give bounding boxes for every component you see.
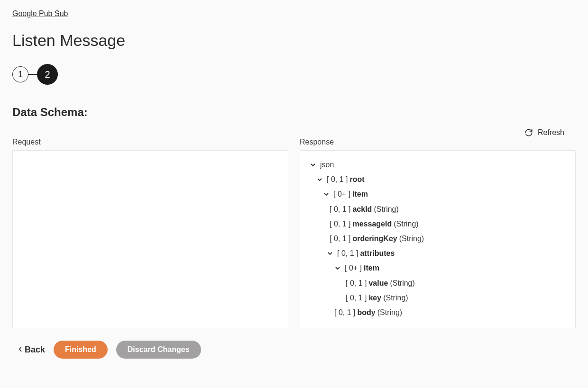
discard-button[interactable]: Discard Changes [116,341,201,359]
chevron-left-icon [18,345,23,355]
tree-node-item[interactable]: [ 0+ ] item [309,187,567,201]
tree-orderingkey-card: [ 0, 1 ] [330,231,350,246]
tree-item2-card: [ 0+ ] [345,261,362,275]
step-1[interactable]: 1 [12,66,28,82]
chevron-down-icon[interactable] [333,265,342,271]
tree-value-type: (String) [390,276,414,290]
tree-node-body[interactable]: [ 0, 1 ] body (String) [309,305,567,320]
response-box: json [ 0, 1 ] root [ 0+ ] item [300,150,576,328]
page-title: Listen Message [12,31,576,50]
refresh-icon [524,128,533,137]
tree-node-root[interactable]: [ 0, 1 ] root [309,172,567,187]
tree-root-card: [ 0, 1 ] [327,172,348,187]
breadcrumb-link[interactable]: Google Pub Sub [12,9,68,18]
refresh-label: Refresh [538,128,564,137]
chevron-down-icon[interactable] [326,251,334,256]
chevron-down-icon[interactable] [322,191,331,197]
section-title: Data Schema: [12,106,576,119]
footer-actions: Back Finished Discard Changes [12,341,576,359]
step-2[interactable]: 2 [37,64,58,85]
back-label: Back [25,345,45,355]
tree-key-type: (String) [383,290,408,305]
request-panel: Request [12,138,288,328]
tree-value-card: [ 0, 1 ] [346,276,367,290]
tree-node-ackid[interactable]: [ 0, 1 ] ackId (String) [309,202,567,217]
tree-node-key[interactable]: [ 0, 1 ] key (String) [309,290,567,305]
tree-key-card: [ 0, 1 ] [346,290,367,305]
tree-attributes-name: attributes [360,246,395,261]
back-button[interactable]: Back [18,345,45,355]
tree-orderingkey-name: orderingKey [352,231,397,246]
tree-node-orderingkey[interactable]: [ 0, 1 ] orderingKey (String) [309,231,567,246]
tree-item-name: item [352,187,368,201]
tree-key-name: key [368,290,381,305]
finished-button[interactable]: Finished [54,341,108,359]
chevron-down-icon[interactable] [315,177,324,182]
tree-item2-name: item [364,261,379,275]
tree-node-value[interactable]: [ 0, 1 ] value (String) [309,276,567,290]
tree-node-item2[interactable]: [ 0+ ] item [309,261,567,275]
tree-body-type: (String) [377,305,402,320]
tree-json-label: json [320,157,334,172]
step-connector [28,74,37,75]
refresh-button[interactable]: Refresh [524,128,564,137]
tree-item-card: [ 0+ ] [333,187,350,201]
tree-messageid-name: messageId [352,217,392,231]
tree-messageid-type: (String) [394,217,418,231]
tree-ackid-name: ackId [352,202,372,217]
tree-root-name: root [349,172,364,187]
tree-value-name: value [368,276,388,290]
tree-ackid-type: (String) [374,202,398,217]
tree-ackid-card: [ 0, 1 ] [330,202,350,217]
tree-body-card: [ 0, 1 ] [334,305,355,320]
tree-body-name: body [357,305,375,320]
tree-node-messageid[interactable]: [ 0, 1 ] messageId (String) [309,217,567,231]
request-label: Request [12,138,288,146]
tree-orderingkey-type: (String) [399,231,424,246]
request-box [12,150,288,328]
chevron-down-icon[interactable] [309,162,317,168]
tree-node-json[interactable]: json [309,157,567,172]
response-label: Response [300,138,576,146]
stepper: 1 2 [12,64,576,85]
tree-node-attributes[interactable]: [ 0, 1 ] attributes [309,246,567,261]
tree-messageid-card: [ 0, 1 ] [330,217,350,231]
tree-attributes-card: [ 0, 1 ] [337,246,358,261]
response-panel: Response json [ 0, 1 ] root [300,138,576,328]
